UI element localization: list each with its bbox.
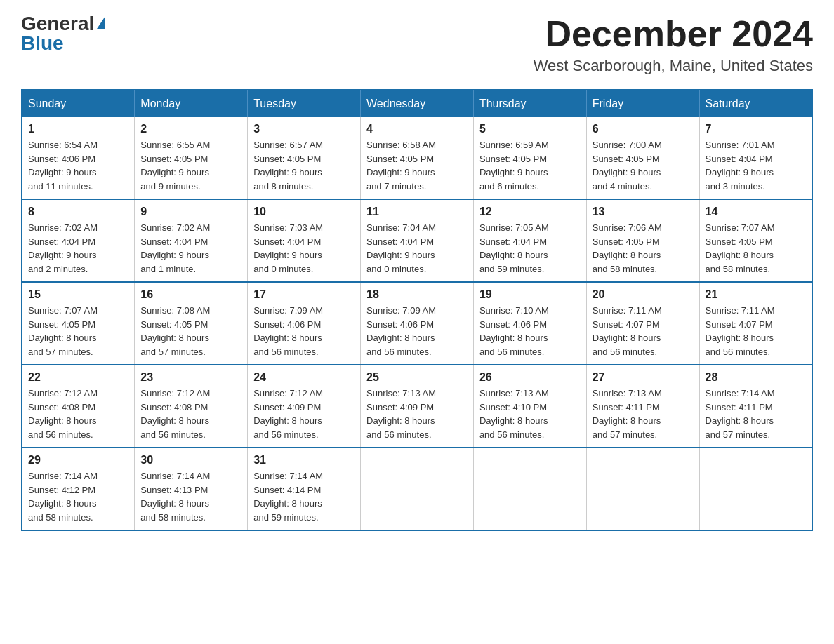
day-info: Sunrise: 7:13 AMSunset: 4:10 PMDaylight:… xyxy=(479,387,581,441)
day-info: Sunrise: 7:12 AMSunset: 4:08 PMDaylight:… xyxy=(140,387,241,441)
day-info: Sunrise: 6:55 AMSunset: 4:05 PMDaylight:… xyxy=(140,138,241,193)
day-number: 31 xyxy=(253,454,355,467)
week-row-3: 15Sunrise: 7:07 AMSunset: 4:05 PMDayligh… xyxy=(22,282,812,365)
day-cell: 30Sunrise: 7:14 AMSunset: 4:13 PMDayligh… xyxy=(135,448,248,530)
day-info: Sunrise: 7:09 AMSunset: 4:06 PMDaylight:… xyxy=(366,304,468,358)
day-cell: 24Sunrise: 7:12 AMSunset: 4:09 PMDayligh… xyxy=(248,365,361,448)
day-number: 20 xyxy=(593,288,694,301)
day-cell: 1Sunrise: 6:54 AMSunset: 4:06 PMDaylight… xyxy=(22,117,135,199)
day-number: 12 xyxy=(479,206,581,218)
day-info: Sunrise: 7:08 AMSunset: 4:05 PMDaylight:… xyxy=(140,304,241,358)
day-info: Sunrise: 7:10 AMSunset: 4:06 PMDaylight:… xyxy=(479,304,581,358)
day-cell: 5Sunrise: 6:59 AMSunset: 4:05 PMDaylight… xyxy=(473,117,586,199)
day-cell: 12Sunrise: 7:05 AMSunset: 4:04 PMDayligh… xyxy=(473,199,586,282)
header-cell-thursday: Thursday xyxy=(473,90,586,117)
day-info: Sunrise: 7:04 AMSunset: 4:04 PMDaylight:… xyxy=(366,221,468,276)
day-info: Sunrise: 7:14 AMSunset: 4:14 PMDaylight:… xyxy=(253,469,355,524)
day-cell: 22Sunrise: 7:12 AMSunset: 4:08 PMDayligh… xyxy=(22,365,135,448)
day-number: 2 xyxy=(140,123,241,135)
day-cell: 9Sunrise: 7:02 AMSunset: 4:04 PMDaylight… xyxy=(135,199,248,282)
day-number: 11 xyxy=(366,206,468,218)
day-cell: 15Sunrise: 7:07 AMSunset: 4:05 PMDayligh… xyxy=(22,282,135,365)
day-cell xyxy=(699,448,812,530)
day-number: 8 xyxy=(28,206,128,218)
day-cell: 28Sunrise: 7:14 AMSunset: 4:11 PMDayligh… xyxy=(699,365,812,448)
logo: General Blue xyxy=(21,14,105,53)
day-info: Sunrise: 6:59 AMSunset: 4:05 PMDaylight:… xyxy=(479,138,581,193)
day-info: Sunrise: 7:06 AMSunset: 4:05 PMDaylight:… xyxy=(593,221,694,276)
day-number: 17 xyxy=(253,288,355,301)
day-number: 21 xyxy=(706,288,806,301)
day-cell: 2Sunrise: 6:55 AMSunset: 4:05 PMDaylight… xyxy=(135,117,248,199)
day-info: Sunrise: 7:00 AMSunset: 4:05 PMDaylight:… xyxy=(593,138,694,193)
day-number: 30 xyxy=(140,454,241,467)
day-cell: 10Sunrise: 7:03 AMSunset: 4:04 PMDayligh… xyxy=(248,199,361,282)
day-info: Sunrise: 7:05 AMSunset: 4:04 PMDaylight:… xyxy=(479,221,581,276)
day-cell: 25Sunrise: 7:13 AMSunset: 4:09 PMDayligh… xyxy=(361,365,474,448)
day-info: Sunrise: 6:57 AMSunset: 4:05 PMDaylight:… xyxy=(253,138,355,193)
day-info: Sunrise: 7:12 AMSunset: 4:09 PMDaylight:… xyxy=(253,387,355,441)
header: General Blue December 2024 West Scarboro… xyxy=(21,14,813,75)
day-cell: 11Sunrise: 7:04 AMSunset: 4:04 PMDayligh… xyxy=(361,199,474,282)
day-cell: 26Sunrise: 7:13 AMSunset: 4:10 PMDayligh… xyxy=(473,365,586,448)
day-cell: 6Sunrise: 7:00 AMSunset: 4:05 PMDaylight… xyxy=(586,117,699,199)
day-cell: 4Sunrise: 6:58 AMSunset: 4:05 PMDaylight… xyxy=(361,117,474,199)
day-cell: 7Sunrise: 7:01 AMSunset: 4:04 PMDaylight… xyxy=(699,117,812,199)
day-number: 9 xyxy=(140,206,241,218)
header-cell-saturday: Saturday xyxy=(699,90,812,117)
week-row-4: 22Sunrise: 7:12 AMSunset: 4:08 PMDayligh… xyxy=(22,365,812,448)
day-cell xyxy=(586,448,699,530)
day-number: 26 xyxy=(479,371,581,384)
header-cell-sunday: Sunday xyxy=(22,90,135,117)
day-number: 29 xyxy=(28,454,128,467)
day-info: Sunrise: 7:13 AMSunset: 4:09 PMDaylight:… xyxy=(366,387,468,441)
day-number: 28 xyxy=(706,371,806,384)
day-number: 1 xyxy=(28,123,128,135)
day-number: 27 xyxy=(593,371,694,384)
day-cell: 3Sunrise: 6:57 AMSunset: 4:05 PMDaylight… xyxy=(248,117,361,199)
day-info: Sunrise: 7:12 AMSunset: 4:08 PMDaylight:… xyxy=(28,387,128,441)
day-info: Sunrise: 7:03 AMSunset: 4:04 PMDaylight:… xyxy=(253,221,355,276)
day-info: Sunrise: 7:14 AMSunset: 4:12 PMDaylight:… xyxy=(28,469,128,524)
day-number: 3 xyxy=(253,123,355,135)
day-number: 6 xyxy=(593,123,694,135)
day-cell: 23Sunrise: 7:12 AMSunset: 4:08 PMDayligh… xyxy=(135,365,248,448)
logo-general-text: General xyxy=(21,14,94,34)
day-info: Sunrise: 7:09 AMSunset: 4:06 PMDaylight:… xyxy=(253,304,355,358)
day-number: 23 xyxy=(140,371,241,384)
header-row: SundayMondayTuesdayWednesdayThursdayFrid… xyxy=(22,90,812,117)
week-row-5: 29Sunrise: 7:14 AMSunset: 4:12 PMDayligh… xyxy=(22,448,812,530)
day-info: Sunrise: 7:11 AMSunset: 4:07 PMDaylight:… xyxy=(593,304,694,358)
day-number: 14 xyxy=(706,206,806,218)
day-number: 18 xyxy=(366,288,468,301)
day-cell: 21Sunrise: 7:11 AMSunset: 4:07 PMDayligh… xyxy=(699,282,812,365)
day-info: Sunrise: 7:13 AMSunset: 4:11 PMDaylight:… xyxy=(593,387,694,441)
calendar-title: December 2024 xyxy=(534,14,813,54)
day-info: Sunrise: 7:14 AMSunset: 4:11 PMDaylight:… xyxy=(706,387,806,441)
header-cell-wednesday: Wednesday xyxy=(361,90,474,117)
day-cell xyxy=(361,448,474,530)
day-info: Sunrise: 7:01 AMSunset: 4:04 PMDaylight:… xyxy=(706,138,806,193)
logo-triangle-icon xyxy=(97,16,105,29)
day-cell: 27Sunrise: 7:13 AMSunset: 4:11 PMDayligh… xyxy=(586,365,699,448)
header-cell-monday: Monday xyxy=(135,90,248,117)
header-cell-friday: Friday xyxy=(586,90,699,117)
calendar-table: SundayMondayTuesdayWednesdayThursdayFrid… xyxy=(21,89,813,531)
day-number: 5 xyxy=(479,123,581,135)
week-row-1: 1Sunrise: 6:54 AMSunset: 4:06 PMDaylight… xyxy=(22,117,812,199)
day-cell: 31Sunrise: 7:14 AMSunset: 4:14 PMDayligh… xyxy=(248,448,361,530)
day-cell: 19Sunrise: 7:10 AMSunset: 4:06 PMDayligh… xyxy=(473,282,586,365)
day-number: 19 xyxy=(479,288,581,301)
day-cell: 13Sunrise: 7:06 AMSunset: 4:05 PMDayligh… xyxy=(586,199,699,282)
day-info: Sunrise: 7:14 AMSunset: 4:13 PMDaylight:… xyxy=(140,469,241,524)
title-area: December 2024 West Scarborough, Maine, U… xyxy=(534,14,813,75)
calendar-body: 1Sunrise: 6:54 AMSunset: 4:06 PMDaylight… xyxy=(22,117,812,530)
day-number: 25 xyxy=(366,371,468,384)
day-number: 24 xyxy=(253,371,355,384)
day-number: 16 xyxy=(140,288,241,301)
week-row-2: 8Sunrise: 7:02 AMSunset: 4:04 PMDaylight… xyxy=(22,199,812,282)
day-info: Sunrise: 6:54 AMSunset: 4:06 PMDaylight:… xyxy=(28,138,128,193)
day-cell xyxy=(473,448,586,530)
logo-blue-text: Blue xyxy=(21,32,64,54)
day-number: 4 xyxy=(366,123,468,135)
